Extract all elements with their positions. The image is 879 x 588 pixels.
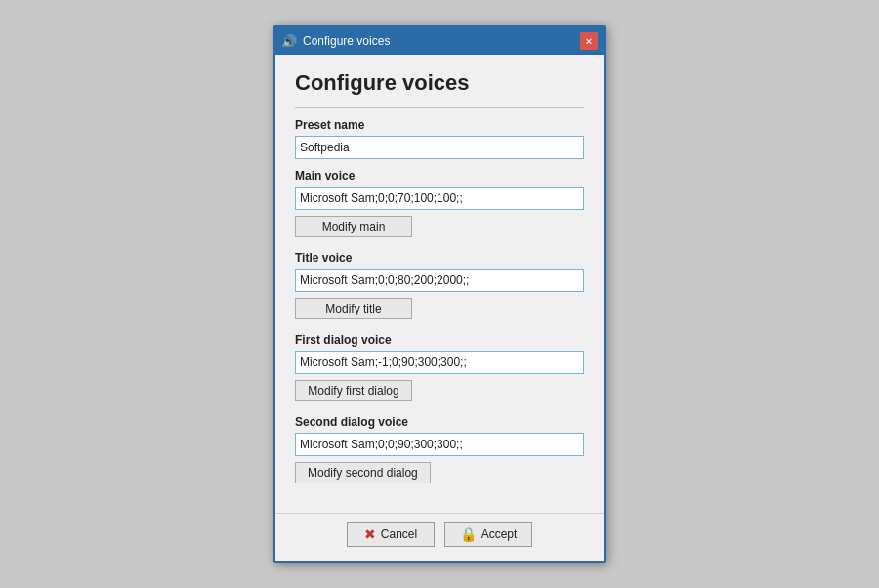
first-dialog-section: First dialog voice Modify first dialog (295, 333, 584, 411)
dialog-content: Configure voices Preset name Main voice … (275, 55, 604, 513)
accept-icon: 🔒 (460, 526, 477, 542)
title-bar: 🔊 Configure voices × (275, 27, 604, 55)
cancel-icon: ✖ (364, 526, 376, 542)
divider-top (295, 107, 584, 108)
accept-button[interactable]: 🔒 Accept (444, 522, 532, 547)
preset-name-input[interactable] (295, 136, 584, 159)
second-dialog-label: Second dialog voice (295, 415, 584, 429)
preset-name-section: Preset name (295, 118, 584, 165)
configure-voices-window: 🔊 Configure voices × Configure voices Pr… (273, 25, 606, 563)
second-dialog-section: Second dialog voice Modify second dialog (295, 415, 584, 493)
modify-second-dialog-button[interactable]: Modify second dialog (295, 462, 431, 483)
modify-title-button[interactable]: Modify title (295, 298, 412, 319)
first-dialog-label: First dialog voice (295, 333, 584, 347)
modify-first-dialog-button[interactable]: Modify first dialog (295, 380, 412, 401)
speaker-icon: 🔊 (281, 33, 297, 49)
preset-name-label: Preset name (295, 118, 584, 132)
accept-label: Accept (481, 527, 518, 541)
title-bar-left: 🔊 Configure voices (281, 33, 390, 49)
title-bar-text: Configure voices (303, 34, 390, 48)
dialog-heading: Configure voices (295, 70, 584, 96)
dialog-footer: ✖ Cancel 🔒 Accept (275, 513, 604, 561)
main-voice-input[interactable] (295, 187, 584, 210)
cancel-button[interactable]: ✖ Cancel (347, 522, 435, 547)
second-dialog-input[interactable] (295, 433, 584, 456)
title-voice-input[interactable] (295, 269, 584, 292)
modify-main-button[interactable]: Modify main (295, 216, 412, 237)
main-voice-section: Main voice Modify main (295, 169, 584, 247)
cancel-label: Cancel (381, 527, 417, 541)
title-voice-label: Title voice (295, 251, 584, 265)
first-dialog-input[interactable] (295, 351, 584, 374)
close-button[interactable]: × (580, 32, 598, 50)
main-voice-label: Main voice (295, 169, 584, 183)
title-voice-section: Title voice Modify title (295, 251, 584, 329)
